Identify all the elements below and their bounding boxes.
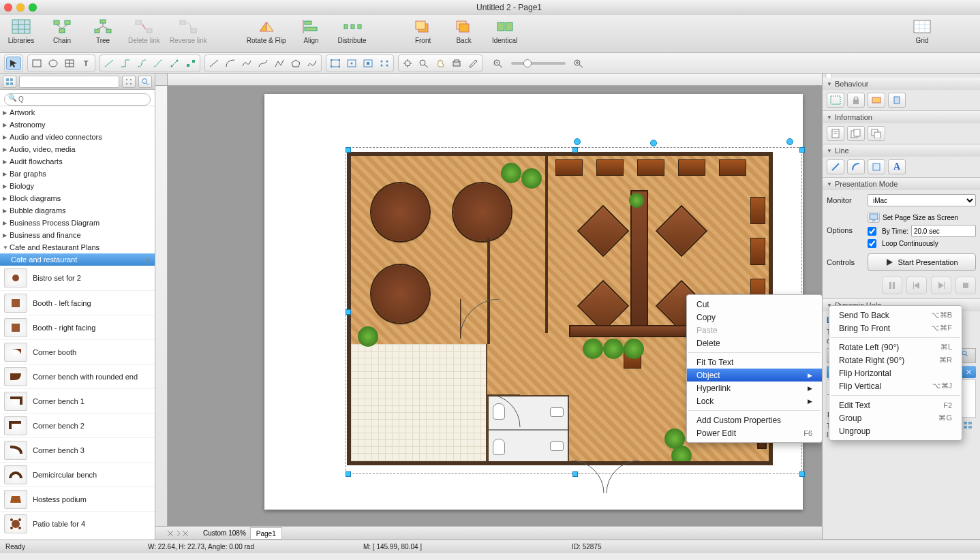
library-shapes-list[interactable]: Bistro set for 2 Booth - left facing Boo… xyxy=(0,266,155,540)
ctx-add-custom-props[interactable]: Add Custom Properties xyxy=(687,414,822,426)
close-window-button[interactable] xyxy=(4,3,12,12)
ctx-hyperlink[interactable]: Hyperlink▶ xyxy=(687,382,822,394)
line-tool[interactable] xyxy=(206,57,221,70)
align-button[interactable]: Align xyxy=(296,18,327,44)
table-tool[interactable] xyxy=(62,57,77,70)
front-button[interactable]: Front xyxy=(408,18,439,44)
ctx-lock[interactable]: Lock▶ xyxy=(687,394,822,407)
rotate-flip-button[interactable]: Rotate & Flip xyxy=(247,18,286,44)
behaviour-icon-1[interactable] xyxy=(827,93,844,108)
info-copy-icon[interactable] xyxy=(868,126,885,141)
behaviour-icon-3[interactable] xyxy=(868,93,885,108)
by-time-checkbox[interactable] xyxy=(868,227,876,236)
bezier-tool[interactable] xyxy=(256,57,271,70)
rect-tool[interactable] xyxy=(29,57,44,70)
ctx-object[interactable]: Object▶ xyxy=(687,369,822,382)
zoom-label[interactable]: Custom 108% xyxy=(203,529,246,537)
library-tree-toggle[interactable] xyxy=(3,76,16,88)
ctx-group[interactable]: Group⌘G xyxy=(829,411,962,424)
ctx-send-to-back[interactable]: Send To Back⌥⌘B xyxy=(829,309,962,322)
chain-button[interactable]: Chain xyxy=(46,18,78,44)
shape-item[interactable]: Hostess podium xyxy=(0,486,155,511)
library-search-button[interactable] xyxy=(138,76,152,88)
close-library-icon[interactable]: ✕ xyxy=(145,256,151,264)
ctx-bring-to-front[interactable]: Bring To Front⌥⌘F xyxy=(829,322,962,335)
shape-item[interactable]: Corner booth xyxy=(0,339,155,364)
ctx-edit-text[interactable]: Edit TextF2 xyxy=(829,399,962,411)
tree-button[interactable]: Tree xyxy=(87,18,119,44)
context-submenu-object[interactable]: Send To Back⌥⌘B Bring To Front⌥⌘F Rotate… xyxy=(829,305,962,441)
library-search-input[interactable] xyxy=(4,93,151,106)
text-tool[interactable]: T xyxy=(78,57,93,70)
freehand-tool[interactable] xyxy=(305,57,320,70)
context-menu[interactable]: Cut Copy Paste Delete Fit To Text Object… xyxy=(686,294,822,443)
print-area-tool[interactable] xyxy=(449,57,464,70)
grid-button[interactable]: Grid xyxy=(906,18,938,44)
eyedropper-tool[interactable] xyxy=(465,57,480,70)
lock-icon[interactable] xyxy=(847,93,865,108)
connector-tool-3[interactable] xyxy=(134,57,149,70)
zoom-tool[interactable] xyxy=(416,57,431,70)
connector-tool-5[interactable] xyxy=(167,57,182,70)
ctx-cut[interactable]: Cut xyxy=(687,298,822,311)
ctx-delete[interactable]: Delete xyxy=(687,337,822,349)
ctx-flip-vertical[interactable]: Flip Vertical⌥⌘J xyxy=(829,379,962,392)
fit-tool[interactable] xyxy=(400,57,415,70)
ctx-copy[interactable]: Copy xyxy=(687,311,822,324)
connector-tool-6[interactable] xyxy=(183,57,198,70)
edit-points-tool-4[interactable] xyxy=(377,57,392,70)
connector-tool-1[interactable] xyxy=(102,57,117,70)
zoom-out-button[interactable] xyxy=(491,57,506,70)
distribute-button[interactable]: Distribute xyxy=(337,18,368,44)
drawing-canvas[interactable]: Cut Copy Paste Delete Fit To Text Object… xyxy=(155,74,822,540)
info-multi-icon[interactable] xyxy=(847,126,865,141)
connector-tool-4[interactable] xyxy=(151,57,166,70)
shape-item[interactable]: Booth - left facing xyxy=(0,290,155,315)
library-categories-tree[interactable]: ▶Artwork ▶Astronomy ▶Audio and video con… xyxy=(0,106,155,266)
edit-points-tool-1[interactable] xyxy=(328,57,343,70)
start-presentation-button[interactable]: Start Presentation xyxy=(868,253,976,271)
monitor-select[interactable]: iMac xyxy=(868,194,976,206)
line-text-icon[interactable]: A xyxy=(888,159,906,174)
shape-item[interactable]: Booth - right facing xyxy=(0,315,155,339)
edit-points-tool-3[interactable] xyxy=(361,57,376,70)
shape-item[interactable]: Patio table for 4 xyxy=(0,511,155,535)
behaviour-icon-4[interactable] xyxy=(888,93,906,108)
info-page-icon[interactable] xyxy=(827,126,844,141)
loop-checkbox[interactable] xyxy=(868,239,876,248)
minimize-window-button[interactable] xyxy=(16,3,25,12)
arc-tool[interactable] xyxy=(223,57,238,70)
ctx-rotate-left[interactable]: Rotate Left (90°)⌘L xyxy=(829,341,962,354)
ctx-rotate-right[interactable]: Rotate Right (90°)⌘R xyxy=(829,354,962,367)
ellipse-tool[interactable] xyxy=(46,57,61,70)
ctx-fit-to-text[interactable]: Fit To Text xyxy=(687,356,822,369)
connector-tool-2[interactable] xyxy=(118,57,133,70)
shape-item[interactable]: Corner bench 1 xyxy=(0,388,155,413)
libraries-button[interactable]: Libraries xyxy=(5,18,37,44)
zoom-slider[interactable] xyxy=(511,62,566,65)
pan-tool[interactable] xyxy=(433,57,448,70)
library-selected-item[interactable]: Cafe and restaurant✕ xyxy=(0,253,155,266)
ctx-ungroup[interactable]: Ungroup xyxy=(829,424,962,437)
shape-item[interactable]: Corner bench 2 xyxy=(0,413,155,437)
shape-item[interactable]: Corner bench 3 xyxy=(0,437,155,462)
edit-points-tool-2[interactable] xyxy=(344,57,359,70)
zoom-in-button[interactable] xyxy=(571,57,586,70)
line-fill-icon[interactable] xyxy=(868,159,885,174)
library-grid-view[interactable] xyxy=(122,76,136,88)
library-filter-input[interactable] xyxy=(19,76,119,88)
back-button[interactable]: Back xyxy=(448,18,480,44)
line-style-icon[interactable] xyxy=(847,159,865,174)
zoom-window-button[interactable] xyxy=(29,3,37,12)
polygon-tool[interactable] xyxy=(288,57,303,70)
pointer-tool[interactable] xyxy=(6,57,21,70)
polyline-tool[interactable] xyxy=(272,57,287,70)
by-time-input[interactable] xyxy=(911,225,976,237)
spline-tool[interactable] xyxy=(239,57,254,70)
identical-button[interactable]: Identical xyxy=(489,18,521,44)
shape-item[interactable]: Demicircular bench xyxy=(0,462,155,486)
shape-item[interactable]: Bistro set for 2 xyxy=(0,266,155,290)
page-tab[interactable]: Page1 xyxy=(250,527,282,540)
line-pen-icon[interactable] xyxy=(827,159,844,174)
ctx-flip-horizontal[interactable]: Flip Horizontal xyxy=(829,367,962,379)
